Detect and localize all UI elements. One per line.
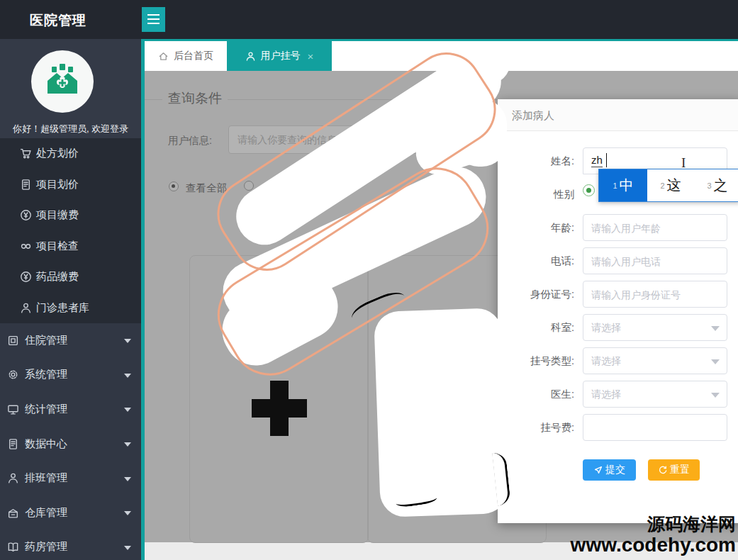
phone-input[interactable] (583, 247, 727, 274)
book-icon (7, 541, 19, 553)
fee-input[interactable] (583, 414, 727, 441)
home-icon (158, 51, 169, 62)
reset-label: 重置 (670, 464, 690, 476)
sidebar: 你好！超级管理员, 欢迎登录 处方划价 项目划价 项目缴费 项目检查 药品缴费 (0, 39, 141, 560)
sidebar-item-label: 药房管理 (25, 540, 67, 554)
idcard-input[interactable] (583, 281, 727, 308)
sidebar-item-outpatient-db[interactable]: 门诊患者库 (0, 293, 141, 324)
close-icon[interactable]: × (308, 50, 314, 62)
department-select[interactable]: 请选择 (583, 314, 727, 341)
monitor-icon (7, 403, 19, 415)
chevron-down-icon (124, 339, 131, 343)
watermark-line2: www.codehy.com (571, 534, 736, 556)
radio-view-all[interactable] (169, 181, 179, 191)
candidate-number: 3 (707, 181, 711, 190)
select-placeholder: 请选择 (591, 381, 621, 407)
modal-actions: 提交 重置 (498, 459, 738, 481)
form-row-fee: 挂号费: (498, 414, 738, 441)
sidebar-item-project-pricing[interactable]: 项目划价 (0, 169, 141, 201)
doctor-select[interactable]: 请选择 (583, 381, 727, 408)
tab-user-registration[interactable]: 用户挂号 × (227, 41, 332, 71)
modal-header: 添加病人 (498, 99, 738, 131)
tab-label: 用户挂号 (261, 50, 301, 62)
sidebar-item-label: 项目缴费 (36, 208, 79, 222)
candidate-number: 1 (613, 181, 617, 190)
chevron-down-icon (124, 442, 131, 447)
sidebar-item-statistics-mgmt[interactable]: 统计管理 (0, 392, 141, 427)
watermark-line1: 源码海洋网 (571, 515, 736, 534)
app-title: 医院管理 (30, 11, 86, 30)
tab-dashboard[interactable]: 后台首页 (145, 41, 227, 71)
ime-composition-text: zh (591, 154, 603, 167)
ime-candidate-2[interactable]: 2 这 (647, 169, 694, 201)
add-patient-modal: 添加病人 姓名: zh 性别 年龄: 电话: 身份证号: 科室: (498, 99, 738, 523)
select-placeholder: 请选择 (591, 348, 621, 374)
user-info-label: 用户信息: (168, 134, 212, 147)
idcard-label: 身份证号: (498, 281, 574, 308)
screen: 医院管理 你好！超级管理员, 欢迎登录 (0, 0, 738, 560)
sidebar-item-label: 统计管理 (25, 403, 67, 416)
sidebar-item-system-mgmt[interactable]: 系统管理 (0, 358, 141, 393)
hamburger-icon (147, 23, 160, 24)
hamburger-menu-button[interactable] (142, 7, 165, 32)
sidebar-item-warehouse-mgmt[interactable]: 仓库管理 (0, 495, 141, 530)
sidebar-item-label: 系统管理 (25, 368, 67, 381)
sidebar-item-label: 住院管理 (25, 334, 67, 347)
ime-candidate-1[interactable]: 1 中 (599, 169, 647, 201)
modal-title: 添加病人 (512, 99, 554, 131)
sidebar-menu: 住院管理 系统管理 统计管理 数据中心 排班管理 (0, 323, 141, 560)
infinity-icon (20, 240, 32, 252)
reset-button[interactable]: 重置 (648, 459, 700, 481)
regtype-label: 挂号类型: (498, 347, 574, 374)
sidebar-item-label: 排班管理 (25, 471, 67, 485)
sidebar-item-project-payment[interactable]: 项目缴费 (0, 200, 141, 231)
gear-icon (7, 369, 19, 381)
gender-radio[interactable] (583, 184, 595, 196)
sidebar-item-label: 项目检查 (36, 240, 79, 253)
document-icon (7, 438, 19, 450)
watermark: 源码海洋网 www.codehy.com (571, 515, 736, 556)
gender-label: 性别 (498, 181, 574, 208)
age-label: 年龄: (498, 214, 574, 241)
form-row-idcard: 身份证号: (498, 281, 738, 308)
sidebar-submenu: 处方划价 项目划价 项目缴费 项目检查 药品缴费 门诊患者库 (0, 138, 141, 323)
cart-icon (20, 147, 32, 159)
yen-circle-icon (20, 209, 32, 221)
name-label: 姓名: (498, 147, 574, 174)
chevron-down-icon (711, 326, 720, 331)
section-title: 查询条件 (162, 89, 228, 108)
topbar: 医院管理 (0, 0, 738, 39)
sidebar-item-drug-payment[interactable]: 药品缴费 (0, 262, 141, 293)
doctor-label: 医生: (498, 381, 574, 408)
sidebar-item-label: 门诊患者库 (36, 301, 89, 315)
sidebar-item-project-check[interactable]: 项目检查 (0, 231, 141, 262)
chevron-down-icon (124, 511, 131, 515)
plus-icon[interactable] (270, 381, 289, 436)
welcome-text: 你好！超级管理员, 欢迎登录 (0, 123, 141, 135)
sidebar-item-label: 项目划价 (36, 178, 79, 191)
sidebar-item-prescription-pricing[interactable]: 处方划价 (0, 138, 141, 169)
chevron-down-icon (711, 359, 720, 364)
person-icon (7, 472, 19, 484)
candidate-number: 2 (660, 181, 664, 190)
form-row-regtype: 挂号类型: 请选择 (498, 347, 738, 374)
regtype-select[interactable]: 请选择 (583, 347, 727, 374)
refresh-icon (658, 465, 668, 475)
sidebar-item-scheduling-mgmt[interactable]: 排班管理 (0, 461, 141, 495)
sidebar-item-label: 仓库管理 (25, 506, 67, 520)
age-input[interactable] (583, 214, 727, 241)
chevron-down-icon (711, 393, 720, 398)
chevron-down-icon (124, 408, 131, 412)
sidebar-item-inpatient-mgmt[interactable]: 住院管理 (0, 323, 141, 358)
hospital-logo (31, 50, 94, 113)
sidebar-item-data-center[interactable]: 数据中心 (0, 427, 141, 461)
hamburger-icon (147, 18, 160, 20)
paper-plane-icon (593, 465, 603, 475)
sidebar-item-label: 处方划价 (36, 147, 79, 160)
file-icon (20, 179, 32, 191)
ime-candidate-3[interactable]: 3 之 (694, 169, 738, 201)
sidebar-item-pharmacy-mgmt[interactable]: 药房管理 (0, 530, 141, 560)
hamburger-icon (147, 14, 160, 16)
form-row-age: 年龄: (498, 214, 738, 241)
submit-button[interactable]: 提交 (583, 459, 636, 481)
